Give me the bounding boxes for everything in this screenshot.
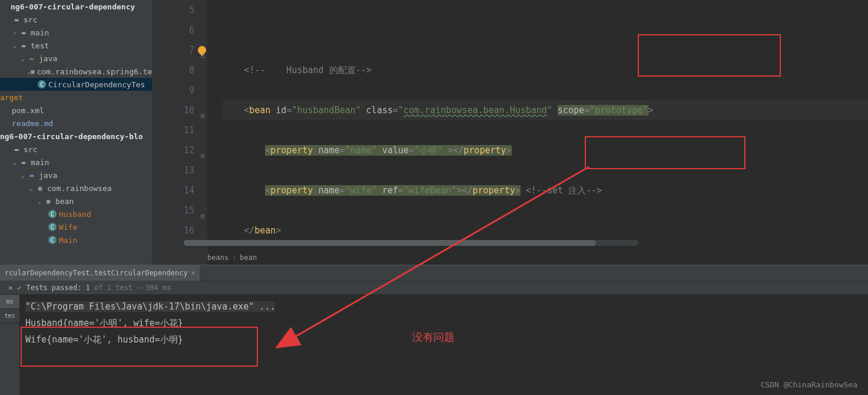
breadcrumb[interactable]: beans›bean [207, 254, 257, 262]
side-tab-ms[interactable]: ms [0, 295, 19, 309]
tree-pom[interactable]: pom.xml [0, 104, 152, 117]
console-line: Wife{name='小花', husband=小明} [25, 331, 862, 348]
fold-icon[interactable]: ⊟ [201, 146, 204, 166]
run-tab-bar[interactable]: rcularDependencyTest.testCircularDepende… [0, 265, 868, 281]
tree-main[interactable]: ›▬main [0, 26, 152, 39]
tree-package-2[interactable]: ⌄▣com.rainbowsea [0, 182, 152, 195]
breadcrumb-bean[interactable]: bean [240, 254, 257, 262]
tree-main-class[interactable]: CMain [0, 233, 152, 246]
close-icon[interactable]: ✕ [191, 269, 196, 276]
editor-gutter: 5 6 7⊟ 8 9 10⊟ 11 12⊟ 13 14 15⊟ 16 [152, 0, 207, 265]
run-tab[interactable]: rcularDependencyTest.testCircularDepende… [0, 265, 200, 281]
test-passed-icon: ✔ [17, 284, 21, 292]
tree-wife[interactable]: CWife [0, 220, 152, 233]
fold-icon[interactable]: ⊟ [201, 206, 204, 226]
run-side-tabs[interactable]: ms tes [0, 295, 19, 395]
exec-command: "C:\Program Files\Java\jdk-17\bin\java.e… [25, 301, 275, 312]
tree-src-2[interactable]: ▬src [0, 143, 152, 156]
tree-module[interactable]: ng6-007-circular-dependency [0, 0, 152, 13]
tree-main-2[interactable]: ⌄▬main [0, 156, 152, 169]
console-output[interactable]: "C:\Program Files\Java\jdk-17\bin\java.e… [19, 295, 868, 351]
tree-bean-pkg[interactable]: ⌄▣bean [0, 195, 152, 208]
breadcrumb-beans[interactable]: beans [207, 254, 228, 262]
tree-test[interactable]: ⌄▬test [0, 39, 152, 52]
tests-total: of 1 test – 304 ms [90, 284, 171, 292]
code-line-10[interactable]: </bean> [223, 220, 868, 241]
fold-icon[interactable]: ⊟ [201, 46, 204, 66]
tree-class-circular[interactable]: CCircularDependencyTes [0, 78, 152, 91]
console-line: Husband{name='小明', wife=小花} [25, 315, 862, 331]
code-line-9[interactable]: <property name="wife" ref="wifeBean"></p… [223, 180, 868, 200]
tree-readme[interactable]: readme.md [0, 117, 152, 130]
test-status-bar: » ✔ Tests passed: 1 of 1 test – 304 ms [0, 281, 868, 295]
fold-icon[interactable]: ⊟ [201, 106, 204, 126]
tests-passed-count: Tests passed: 1 [26, 284, 90, 292]
code-line-7[interactable]: <bean id="husbandBean" class="com.rainbo… [223, 100, 868, 120]
side-tab-tests[interactable]: tes [0, 309, 19, 323]
editor-horizontal-scrollbar[interactable] [184, 240, 638, 246]
tree-module-2[interactable]: ng6-007-circular-dependency-blo [0, 130, 152, 143]
tree-java[interactable]: ⌄▬java [0, 52, 152, 65]
code-editor[interactable]: 5 6 7⊟ 8 9 10⊟ 11 12⊟ 13 14 15⊟ 16 <!-- … [152, 0, 868, 265]
tree-husband[interactable]: CHusband [0, 208, 152, 220]
run-tool-window[interactable]: rcularDependencyTest.testCircularDepende… [0, 265, 868, 395]
tree-target[interactable]: arget [0, 91, 152, 104]
expand-icon[interactable]: » [8, 284, 12, 292]
code-area[interactable]: <!-- Husband 的配置--> <bean id="husbandBea… [207, 0, 868, 265]
tree-package[interactable]: ⌄▣com.rainbowsea.spring6.te [0, 65, 152, 78]
tree-src[interactable]: ▬src [0, 13, 152, 26]
xml-comment: <!-- Husband 的配置--> [244, 65, 372, 75]
project-tree[interactable]: ng6-007-circular-dependency ▬src ›▬main … [0, 0, 152, 265]
tree-java-2[interactable]: ⌄▬java [0, 169, 152, 182]
code-line-8[interactable]: <property name="name" value="小明" ></prop… [223, 140, 868, 160]
